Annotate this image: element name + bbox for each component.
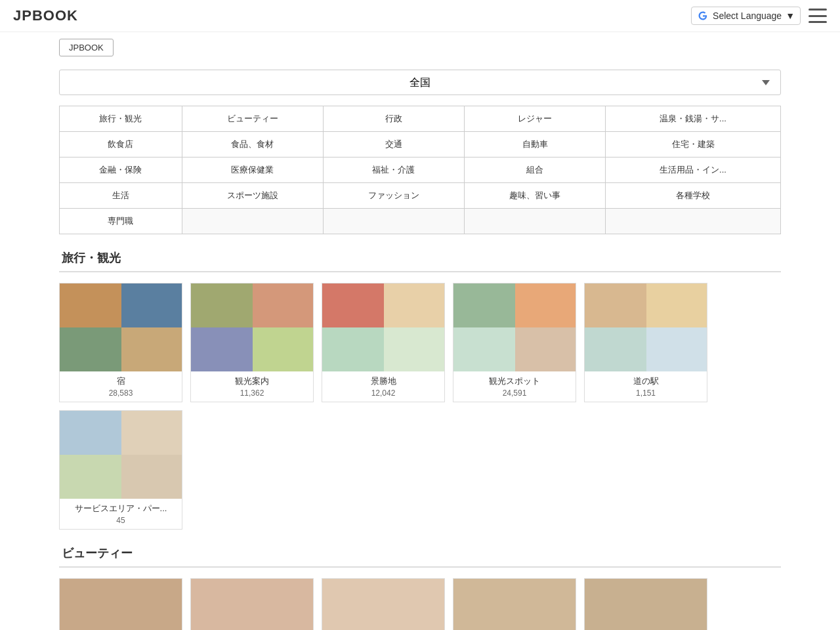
category-cell[interactable]: スポーツ施設 xyxy=(182,183,323,209)
card-image xyxy=(60,411,182,499)
site-logo[interactable]: JPBOOK xyxy=(13,7,78,24)
card-image-quarter xyxy=(60,455,121,499)
card-count: 24,591 xyxy=(459,388,570,398)
card-image-quarter xyxy=(121,455,182,499)
category-cell[interactable]: ファッション xyxy=(323,183,464,209)
card-image xyxy=(453,284,576,371)
header: JPBOOK Select Language ▼ xyxy=(0,0,840,32)
card-image-quarter xyxy=(453,284,515,327)
language-label: Select Language xyxy=(713,10,782,21)
card-image-quarter xyxy=(191,284,253,327)
beauty-card[interactable] xyxy=(59,578,182,630)
card-count: 45 xyxy=(65,516,177,525)
travel-section-title: 旅行・観光 xyxy=(59,250,781,266)
card-title: 宿 xyxy=(65,375,177,387)
card-title: 観光案内 xyxy=(196,375,308,387)
card-image-quarter xyxy=(384,327,445,371)
category-cell[interactable]: 飲食店 xyxy=(60,132,182,158)
category-cell[interactable]: 各種学校 xyxy=(606,183,781,209)
card-image-quarter xyxy=(585,327,646,371)
category-cell[interactable]: 自動車 xyxy=(465,132,606,158)
card-info: サービスエリア・パー...45 xyxy=(60,499,182,529)
category-cell[interactable] xyxy=(606,209,781,234)
category-cell[interactable]: 医療保健業 xyxy=(182,158,323,183)
language-selector[interactable]: Select Language ▼ xyxy=(691,7,801,25)
card-count: 1,151 xyxy=(590,388,702,398)
card-image-quarter xyxy=(646,284,707,327)
card-title: 道の駅 xyxy=(590,375,702,387)
category-cell[interactable]: 趣味、習い事 xyxy=(465,183,606,209)
card-image-quarter xyxy=(121,327,182,371)
card-image-quarter xyxy=(646,327,707,371)
category-cell[interactable] xyxy=(465,209,606,234)
category-cell[interactable] xyxy=(182,209,323,234)
card-image-quarter xyxy=(515,284,576,327)
card-info: 観光案内11,362 xyxy=(191,371,313,402)
region-dropdown[interactable]: 全国 北海道 東北 関東 中部 近畿 中国 四国 九州・沖縄 xyxy=(59,70,781,95)
travel-section-divider xyxy=(59,271,781,272)
card-info: 景勝地12,042 xyxy=(322,371,444,402)
google-icon xyxy=(697,10,709,22)
card-image xyxy=(585,284,707,371)
travel-section: 旅行・観光 宿28,583観光案内11,362景勝地12,042観光スポット24… xyxy=(59,250,781,530)
list-view-icon[interactable] xyxy=(808,9,827,23)
beauty-card[interactable] xyxy=(322,578,445,630)
card-image-quarter xyxy=(322,327,384,371)
category-cell[interactable]: 生活用品・イン... xyxy=(606,158,781,183)
card-image-quarter xyxy=(121,284,182,327)
category-cell[interactable]: 生活 xyxy=(60,183,182,209)
beauty-section-divider xyxy=(59,566,781,568)
card-image-quarter xyxy=(253,284,314,327)
travel-card[interactable]: 道の駅1,151 xyxy=(584,283,707,402)
category-cell[interactable]: ビューティー xyxy=(182,106,323,132)
beauty-card[interactable] xyxy=(584,578,707,630)
card-info: 観光スポット24,591 xyxy=(453,371,576,402)
category-cell[interactable]: 住宅・建築 xyxy=(606,132,781,158)
travel-card[interactable]: 観光スポット24,591 xyxy=(453,283,576,402)
travel-card[interactable]: 宿28,583 xyxy=(59,283,182,402)
card-image-quarter xyxy=(121,411,182,455)
breadcrumb[interactable]: JPBOOK xyxy=(59,39,114,56)
card-image-quarter xyxy=(515,327,576,371)
category-cell[interactable]: 福祉・介護 xyxy=(323,158,464,183)
travel-card[interactable]: 景勝地12,042 xyxy=(322,283,445,402)
category-cell[interactable]: 組合 xyxy=(465,158,606,183)
travel-card[interactable]: 観光案内11,362 xyxy=(190,283,314,402)
category-cell[interactable]: 専門職 xyxy=(60,209,182,234)
card-image-quarter xyxy=(60,284,121,327)
card-image-quarter xyxy=(60,327,121,371)
card-count: 11,362 xyxy=(196,388,308,398)
header-right: Select Language ▼ xyxy=(691,7,827,25)
category-cell[interactable]: 温泉・銭湯・サ... xyxy=(606,106,781,132)
category-cell[interactable]: 行政 xyxy=(323,106,464,132)
beauty-section-title: ビューティー xyxy=(59,545,781,561)
category-cell[interactable] xyxy=(323,209,464,234)
category-cell[interactable]: 旅行・観光 xyxy=(60,106,182,132)
card-count: 28,583 xyxy=(65,388,177,398)
card-image-quarter xyxy=(60,411,121,455)
card-image xyxy=(60,284,182,371)
card-image xyxy=(322,284,445,371)
main-content: JPBOOK 全国 北海道 東北 関東 中部 近畿 中国 四国 九州・沖縄 旅行… xyxy=(46,32,794,630)
beauty-card[interactable] xyxy=(453,578,576,630)
card-image xyxy=(191,284,314,371)
card-image-quarter xyxy=(191,327,253,371)
category-grid: 旅行・観光ビューティー行政レジャー温泉・銭湯・サ...飲食店食品、食材交通自動車… xyxy=(59,106,781,234)
beauty-cards-row xyxy=(59,578,781,630)
card-image-quarter xyxy=(253,327,314,371)
travel-cards-grid: 宿28,583観光案内11,362景勝地12,042観光スポット24,591道の… xyxy=(59,283,781,530)
card-image-quarter xyxy=(384,284,445,327)
category-cell[interactable]: 食品、食材 xyxy=(182,132,323,158)
card-image-quarter xyxy=(585,284,646,327)
card-title: 景勝地 xyxy=(327,375,439,387)
travel-card[interactable]: サービスエリア・パー...45 xyxy=(59,410,182,530)
language-dropdown-arrow: ▼ xyxy=(786,10,795,21)
card-info: 道の駅1,151 xyxy=(585,371,707,402)
card-image-quarter xyxy=(453,327,515,371)
category-cell[interactable]: レジャー xyxy=(465,106,606,132)
beauty-card[interactable] xyxy=(190,578,314,630)
category-cell[interactable]: 金融・保険 xyxy=(60,158,182,183)
category-cell[interactable]: 交通 xyxy=(323,132,464,158)
card-title: サービスエリア・パー... xyxy=(65,503,177,514)
card-info: 宿28,583 xyxy=(60,371,182,402)
